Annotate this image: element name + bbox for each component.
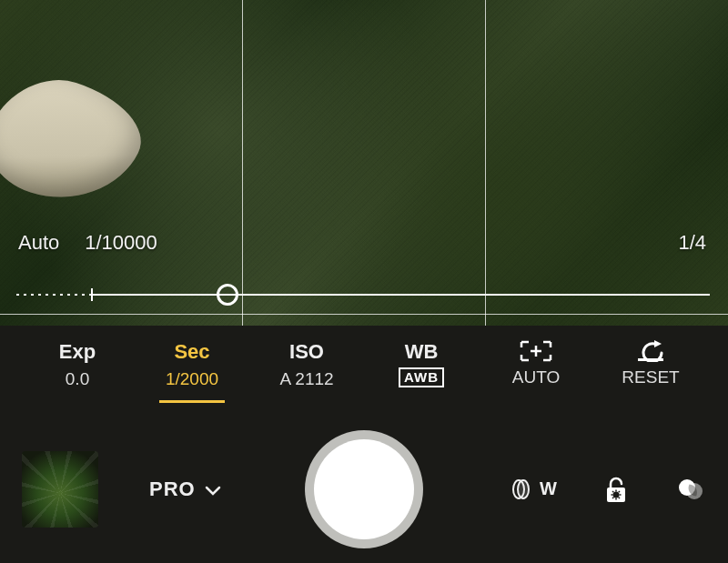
settings-lock-button[interactable] <box>601 474 632 505</box>
grid-line-horizontal <box>0 314 728 315</box>
setting-reset[interactable]: RESET <box>593 340 708 387</box>
gallery-thumbnail[interactable] <box>22 451 98 528</box>
shutter-button[interactable] <box>314 439 414 539</box>
grid-line-vertical <box>242 0 243 326</box>
setting-value: AUTO <box>512 367 560 387</box>
filters-button[interactable] <box>675 474 706 505</box>
slider-thumb[interactable] <box>217 284 238 306</box>
setting-label: Exp <box>59 340 96 364</box>
pro-settings-row: Exp 0.0 Sec 1/2000 ISO A 2112 WB AWB AUT… <box>0 333 728 415</box>
setting-exposure[interactable]: Exp 0.0 <box>20 340 135 389</box>
setting-label: Sec <box>174 340 209 364</box>
filters-icon <box>676 475 705 504</box>
setting-white-balance[interactable]: WB AWB <box>364 340 479 387</box>
unlock-gear-icon <box>602 475 630 504</box>
slider-fast-label: 1/10000 <box>85 231 157 255</box>
setting-value: A 2112 <box>279 369 333 389</box>
lens-toggle[interactable]: W <box>511 478 557 501</box>
slider-solid-segment <box>93 294 710 296</box>
bottom-control-bar: PRO W <box>0 415 728 563</box>
lens-label: W <box>540 478 557 499</box>
svg-line-11 <box>619 491 620 492</box>
svg-line-10 <box>619 497 620 498</box>
setting-value: 0.0 <box>66 369 89 389</box>
grid-line-vertical <box>485 0 486 326</box>
svg-point-4 <box>613 491 620 498</box>
viewfinder-background-highlight <box>0 65 159 216</box>
svg-line-9 <box>612 491 613 492</box>
slider-slow-label: 1/4 <box>678 231 706 255</box>
setting-label: WB <box>405 340 439 364</box>
metering-icon <box>518 340 554 362</box>
shutter-slider-labels: Auto 1/10000 1/4 <box>18 231 706 255</box>
slider-dotted-segment <box>16 294 91 296</box>
setting-value: RESET <box>622 367 679 387</box>
chevron-down-icon <box>205 486 221 497</box>
camera-viewfinder[interactable]: Auto 1/10000 1/4 <box>0 0 728 326</box>
svg-rect-0 <box>638 358 663 361</box>
setting-metering[interactable]: AUTO <box>479 340 593 387</box>
awb-badge: AWB <box>399 367 444 387</box>
reset-icon <box>634 340 667 362</box>
setting-label: ISO <box>289 340 324 364</box>
lens-icon <box>511 478 534 501</box>
shutter-button-wrap <box>314 439 414 539</box>
shutter-speed-slider[interactable] <box>16 286 710 304</box>
svg-point-2 <box>518 480 529 498</box>
mode-label: PRO <box>149 478 196 501</box>
slider-auto-label: Auto <box>18 231 59 255</box>
svg-line-12 <box>612 497 613 498</box>
mode-selector[interactable]: PRO <box>149 478 221 501</box>
setting-iso[interactable]: ISO A 2112 <box>249 340 364 389</box>
setting-shutter-sec[interactable]: Sec 1/2000 <box>135 340 249 403</box>
setting-value: 1/2000 <box>166 369 218 389</box>
